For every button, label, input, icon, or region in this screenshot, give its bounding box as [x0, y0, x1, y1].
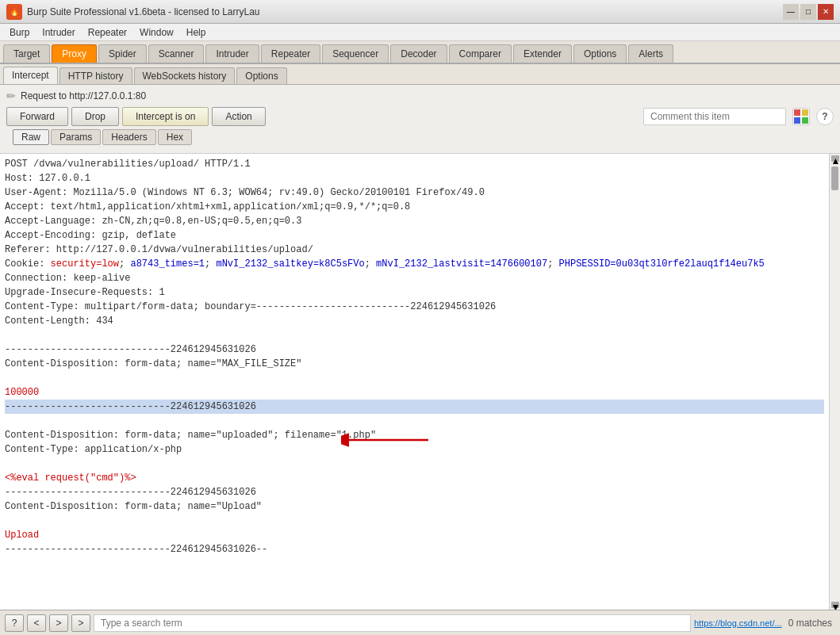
- app-icon: 🔥: [6, 4, 22, 20]
- tab-options[interactable]: Options: [573, 44, 627, 63]
- cookie-phpsessid: PHPSESSID=0u03qt3l0rfe2lauq1f14eu7k5: [559, 258, 765, 270]
- red-square: [794, 109, 800, 116]
- max-file-size-value: 100000: [5, 387, 39, 398]
- uploaded-disposition: Content-Disposition: form-data; name="up…: [5, 430, 376, 455]
- subtab-options[interactable]: Options: [236, 67, 286, 84]
- request-url: Request to http://127.0.0.1:80: [21, 90, 146, 101]
- tab-intruder[interactable]: Intruder: [205, 44, 259, 63]
- view-tab-raw[interactable]: Raw: [13, 129, 49, 145]
- minimize-button[interactable]: —: [783, 4, 799, 20]
- bottom-back-button[interactable]: <: [27, 614, 46, 632]
- scrollbar[interactable]: ▲ ▼: [829, 154, 840, 610]
- burp-link[interactable]: https://blog.csdn.net/...: [694, 618, 782, 628]
- view-tab-params[interactable]: Params: [51, 129, 101, 145]
- yellow-square: [802, 109, 808, 116]
- cookie-a8743: a8743_times=1: [130, 258, 205, 270]
- menu-intruder[interactable]: Intruder: [36, 25, 81, 40]
- title-bar: 🔥 Burp Suite Professional v1.6beta - lic…: [0, 0, 840, 24]
- final-boundary: -----------------------------22461294563…: [5, 544, 267, 555]
- edit-icon: ✏: [6, 90, 16, 102]
- php-payload: <%eval request("cmd")%>: [5, 472, 136, 484]
- view-tabs: Raw Params Headers Hex: [6, 129, 834, 148]
- main-tabs: Target Proxy Spider Scanner Intruder Rep…: [0, 41, 840, 64]
- subtab-websockets-history[interactable]: WebSockets history: [134, 67, 236, 84]
- cookie-security: security=low: [51, 258, 119, 270]
- bottom-forward-button[interactable]: >: [49, 614, 68, 632]
- drop-button[interactable]: Drop: [71, 107, 119, 126]
- button-row: Forward Drop Intercept is on Action ?: [6, 107, 834, 126]
- bottom-help-button[interactable]: ?: [5, 614, 24, 632]
- tab-scanner[interactable]: Scanner: [148, 44, 205, 63]
- window-controls: — □ ✕: [783, 4, 834, 20]
- tab-target[interactable]: Target: [3, 44, 50, 63]
- window-title: Burp Suite Professional v1.6beta - licen…: [27, 6, 260, 17]
- forward-button[interactable]: Forward: [6, 107, 68, 126]
- text-editor[interactable]: POST /dvwa/vulnerabilities/upload/ HTTP/…: [0, 154, 829, 610]
- menu-help[interactable]: Help: [180, 25, 213, 40]
- tab-spider[interactable]: Spider: [98, 44, 147, 63]
- boundary-line-highlight: -----------------------------22461294563…: [5, 400, 824, 414]
- upload-boundary: -----------------------------22461294563…: [5, 487, 262, 512]
- scrollbar-thumb[interactable]: [831, 166, 838, 190]
- subtab-intercept[interactable]: Intercept: [3, 67, 58, 84]
- bottom-next-button[interactable]: >: [71, 614, 90, 632]
- toolbar-icons: [792, 108, 810, 125]
- cookie-saltkey: mNvI_2132_saltkey=k8C5sFVo: [216, 258, 364, 270]
- match-count: 0 matches: [785, 618, 835, 629]
- menu-bar: Burp Intruder Repeater Window Help: [0, 24, 840, 41]
- subtab-http-history[interactable]: HTTP history: [59, 67, 132, 84]
- view-tab-headers[interactable]: Headers: [102, 129, 155, 145]
- sub-tabs: Intercept HTTP history WebSockets histor…: [0, 64, 840, 85]
- menu-repeater[interactable]: Repeater: [82, 25, 133, 40]
- line-1: POST /dvwa/vulnerabilities/upload/ HTTP/…: [5, 159, 485, 255]
- help-button[interactable]: ?: [816, 108, 834, 125]
- view-tab-hex[interactable]: Hex: [158, 129, 192, 145]
- scrollbar-down-arrow[interactable]: ▼: [831, 602, 839, 608]
- search-input[interactable]: [94, 614, 691, 632]
- cookie-line: Cookie: security=low; a8743_times=1; mNv…: [5, 258, 765, 270]
- color-squares-button[interactable]: [792, 108, 810, 125]
- request-info: ✏ Request to http://127.0.0.1:80: [6, 90, 834, 102]
- action-button[interactable]: Action: [212, 107, 265, 126]
- cookie-lastvisit: mNvI_2132_lastvisit=1476600107: [376, 258, 547, 270]
- tab-comparer[interactable]: Comparer: [449, 44, 512, 63]
- intercept-panel: ✏ Request to http://127.0.0.1:80 Forward…: [0, 85, 840, 153]
- menu-window[interactable]: Window: [133, 25, 180, 40]
- bottom-bar: ? < > > https://blog.csdn.net/... 0 matc…: [0, 610, 840, 635]
- tab-repeater[interactable]: Repeater: [261, 44, 320, 63]
- content-area: POST /dvwa/vulnerabilities/upload/ HTTP/…: [0, 153, 840, 610]
- green-square: [802, 117, 808, 124]
- comment-input[interactable]: [643, 108, 786, 125]
- tab-extender[interactable]: Extender: [513, 44, 572, 63]
- upload-value: Upload: [5, 530, 39, 541]
- tab-sequencer[interactable]: Sequencer: [322, 44, 389, 63]
- close-button[interactable]: ✕: [818, 4, 834, 20]
- app-content: Intercept HTTP history WebSockets histor…: [0, 64, 840, 610]
- scrollbar-up-arrow[interactable]: ▲: [831, 155, 839, 162]
- maximize-button[interactable]: □: [800, 4, 816, 20]
- line-after-cookie: Connection: keep-alive Upgrade-Insecure-…: [5, 273, 496, 369]
- intercept-on-button[interactable]: Intercept is on: [122, 107, 209, 126]
- tab-proxy[interactable]: Proxy: [52, 44, 97, 63]
- tab-decoder[interactable]: Decoder: [390, 44, 447, 63]
- blue-square: [794, 117, 800, 124]
- menu-burp[interactable]: Burp: [3, 25, 36, 40]
- tab-alerts[interactable]: Alerts: [628, 44, 673, 63]
